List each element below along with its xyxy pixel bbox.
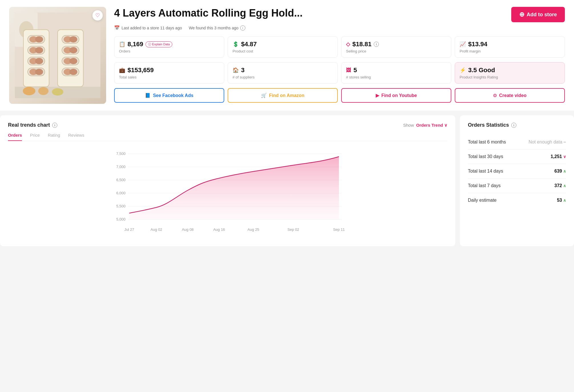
heart-icon: ♡: [95, 12, 100, 19]
profit-value: 📈 $13.94: [460, 41, 560, 48]
total-sales-value: 💼 $153,659: [119, 66, 219, 74]
trend-up-icon-2: ∧: [563, 183, 566, 188]
svg-text:Aug 02: Aug 02: [150, 227, 162, 232]
rating-label: Product Insights Rating: [460, 75, 560, 79]
video-icon: ⊙: [493, 93, 497, 98]
stats-grid-row2: 💼 $153,659 Total sales 🏠 3 # of supplier…: [114, 62, 565, 84]
svg-point-30: [23, 87, 35, 95]
chevron-down-icon: ∨: [444, 123, 447, 128]
svg-point-24: [69, 47, 77, 53]
stat-14days-value: 639 ∧: [554, 169, 566, 174]
orders-statistics-section: Orders Statistics i Total last 6 months …: [460, 115, 574, 246]
chart-info-icon[interactable]: i: [52, 123, 57, 128]
create-video-button[interactable]: ⊙ Create video: [455, 88, 565, 103]
trend-up-icon: ∧: [563, 169, 566, 173]
orders-chart: 7,500 7,000 6,500 6,000 5,500 5,000: [8, 148, 447, 239]
stat-6months-label: Total last 6 months: [468, 140, 506, 145]
bottom-section: Real trends chart i Show Orders Trend ∨ …: [0, 115, 574, 246]
orders-label: Orders: [119, 49, 219, 53]
tab-rating[interactable]: Rating: [48, 133, 60, 141]
svg-text:Aug 16: Aug 16: [213, 227, 225, 232]
facebook-ads-button[interactable]: 📘 See Facebook Ads: [114, 88, 224, 103]
amazon-icon: 🛒: [261, 93, 267, 98]
add-to-store-button[interactable]: ⊕ Add to store: [511, 7, 565, 22]
stores-label: # stores selling: [346, 75, 446, 79]
explain-data-button[interactable]: ⓘ Explain Data: [145, 41, 172, 47]
youtube-button[interactable]: ▶ Find on Youtube: [341, 88, 451, 103]
chart-title: Real trends chart i: [8, 122, 57, 128]
stat-cost: 💲 $4.87 Product cost: [228, 36, 338, 58]
stat-14days-label: Total last 14 days: [468, 169, 503, 174]
sales-icon: 💼: [119, 67, 125, 73]
svg-point-26: [69, 58, 77, 64]
stat-row-daily: Daily estimate 53 ∧: [468, 193, 566, 207]
chart-area: 7,500 7,000 6,500 6,000 5,500 5,000: [8, 148, 447, 239]
trend-select-button[interactable]: Orders Trend ∨: [416, 123, 447, 128]
svg-text:5,500: 5,500: [116, 204, 126, 208]
svg-point-15: [35, 69, 43, 75]
svg-point-31: [38, 87, 48, 95]
meta-info-icon[interactable]: i: [240, 25, 245, 31]
product-title: 4 Layers Automatic Rolling Egg Hold...: [114, 7, 504, 19]
wishlist-button[interactable]: ♡: [92, 10, 103, 21]
amazon-button[interactable]: 🛒 Find on Amazon: [228, 88, 338, 103]
rating-icon: ⚡: [460, 67, 466, 73]
stat-orders: 📋 8,169 ⓘ Explain Data Orders: [114, 36, 224, 58]
calendar-icon: 📅: [114, 25, 120, 31]
stat-7days-label: Total last 7 days: [468, 183, 501, 188]
store-icon: 🖼: [346, 67, 351, 73]
chart-header: Real trends chart i Show Orders Trend ∨: [8, 122, 447, 128]
stat-daily-label: Daily estimate: [468, 198, 496, 203]
profit-icon: 📈: [460, 41, 466, 47]
svg-text:6,500: 6,500: [116, 178, 126, 182]
action-buttons: 📘 See Facebook Ads 🛒 Find on Amazon ▶ Fi…: [114, 88, 565, 103]
profit-label: Profit margin: [460, 49, 560, 53]
svg-text:Aug 08: Aug 08: [182, 227, 193, 232]
price-info-icon[interactable]: i: [374, 42, 379, 47]
chart-tabs: Orders Price Rating Reviews: [8, 133, 447, 141]
svg-text:Jul 27: Jul 27: [124, 227, 134, 232]
stat-profit: 📈 $13.94 Profit margin: [455, 36, 565, 58]
stat-daily-value: 53 ∧: [557, 198, 566, 203]
top-section: ♡ 4 Layers Automatic Rolling Egg Hold...…: [0, 0, 574, 111]
stat-stores-selling: 🖼 5 # stores selling: [341, 62, 451, 84]
suppliers-label: # of suppliers: [233, 75, 333, 79]
stats-info-icon[interactable]: i: [511, 123, 516, 128]
svg-point-9: [35, 36, 43, 43]
svg-point-28: [69, 69, 77, 75]
facebook-icon: 📘: [145, 93, 151, 98]
page-wrapper: ♡ 4 Layers Automatic Rolling Egg Hold...…: [0, 0, 574, 246]
svg-text:Sep 11: Sep 11: [333, 227, 345, 232]
suppliers-value: 🏠 3: [233, 66, 333, 74]
plus-icon: ⊕: [519, 11, 524, 18]
stat-row-14days: Total last 14 days 639 ∧: [468, 164, 566, 179]
trend-up-icon-3: ∧: [563, 198, 566, 203]
product-header: 4 Layers Automatic Rolling Egg Hold... ⊕…: [114, 7, 565, 22]
youtube-icon: ▶: [376, 93, 379, 98]
show-selector: Show Orders Trend ∨: [403, 123, 447, 128]
product-info: 4 Layers Automatic Rolling Egg Hold... ⊕…: [114, 7, 565, 103]
stat-7days-value: 372 ∧: [554, 183, 566, 188]
price-icon: ◇: [346, 41, 350, 47]
svg-point-13: [35, 58, 43, 64]
svg-point-11: [35, 47, 43, 53]
svg-point-32: [52, 88, 63, 96]
stat-total-sales: 💼 $153,659 Total sales: [114, 62, 224, 84]
stat-suppliers: 🏠 3 # of suppliers: [228, 62, 338, 84]
orders-stats-title: Orders Statistics i: [468, 122, 566, 128]
svg-text:5,000: 5,000: [116, 217, 126, 221]
supplier-icon: 🏠: [233, 67, 239, 73]
svg-text:7,500: 7,500: [116, 151, 126, 156]
svg-text:6,000: 6,000: [116, 191, 126, 195]
svg-text:7,000: 7,000: [116, 165, 126, 169]
tab-price[interactable]: Price: [30, 133, 40, 141]
product-meta: 📅 Last added to a store 11 days ago We f…: [114, 25, 565, 31]
info-circle-icon: ⓘ: [148, 42, 151, 47]
cost-icon: 💲: [233, 41, 239, 47]
product-image: [9, 7, 106, 104]
stat-30days-label: Total last 30 days: [468, 154, 503, 159]
orders-icon: 📋: [119, 41, 125, 47]
tab-reviews[interactable]: Reviews: [68, 133, 84, 141]
stat-row-6months: Total last 6 months Not enough data –: [468, 135, 566, 149]
tab-orders[interactable]: Orders: [8, 133, 22, 141]
